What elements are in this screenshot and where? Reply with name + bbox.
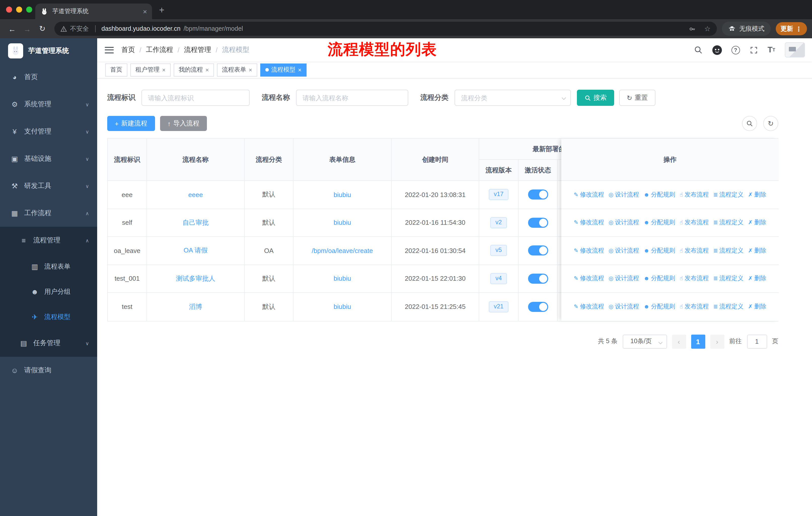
action-assign-link[interactable]: ☻分配规则 [644,246,675,255]
window-minimize-button[interactable] [16,6,22,12]
menu-dots-icon[interactable]: ⋮ [795,25,802,32]
action-definition-link[interactable]: ≣流程定义 [713,190,744,199]
close-icon[interactable]: × [249,66,252,73]
action-assign-link[interactable]: ☻分配规则 [644,190,675,199]
sidebar-item-leave-query[interactable]: ☺ 请假查询 [0,357,97,384]
back-button[interactable]: ← [5,22,19,36]
active-toggle[interactable] [528,218,548,228]
sidebar-item-home[interactable]: ◕ 首页 [0,63,97,91]
prev-page-button[interactable]: ‹ [672,334,686,349]
form-info-link[interactable]: biubiu [334,275,351,282]
form-info-link[interactable]: /bpm/oa/leave/create [312,247,373,254]
process-name-input[interactable] [296,90,408,106]
goto-page-input[interactable] [747,334,767,349]
tab-close-icon[interactable]: × [143,7,147,16]
fullscreen-icon[interactable] [749,46,758,54]
action-modify-link[interactable]: ✎修改流程 [574,274,604,283]
page-1-button[interactable]: 1 [691,334,705,349]
action-delete-link[interactable]: ✗删除 [748,190,766,199]
form-info-link[interactable]: biubiu [334,191,351,198]
github-icon[interactable] [712,45,722,55]
action-delete-link[interactable]: ✗删除 [748,218,766,227]
user-avatar[interactable] [785,42,805,57]
sidebar-item-task-management[interactable]: ▤ 任务管理 ∨ [0,330,97,357]
action-publish-link[interactable]: ☝发布流程 [679,218,708,227]
action-assign-link[interactable]: ☻分配规则 [644,274,675,283]
close-icon[interactable]: × [162,66,166,73]
action-modify-link[interactable]: ✎修改流程 [574,190,604,199]
sidebar-item-workflow[interactable]: ▦ 工作流程 ∧ [0,199,97,227]
sidebar-item-user-group[interactable]: ☻ 用户分组 [0,279,97,304]
tab-tag-process-model[interactable]: 流程模型 × [260,63,307,76]
action-design-link[interactable]: ◎设计流程 [609,246,639,255]
action-definition-link[interactable]: ≣流程定义 [713,246,744,255]
next-page-button[interactable]: › [710,334,724,349]
create-process-button[interactable]: + 新建流程 [107,116,155,131]
sidebar-item-process-management[interactable]: ≡ 流程管理 ∧ [0,227,97,254]
action-assign-link[interactable]: ☻分配规则 [644,218,675,227]
sidebar-item-payment[interactable]: ¥ 支付管理 ∨ [0,118,97,145]
action-modify-link[interactable]: ✎修改流程 [574,303,604,311]
update-button[interactable]: 更新 ⋮ [776,22,807,35]
action-delete-link[interactable]: ✗删除 [748,274,766,283]
forward-button[interactable]: → [20,22,34,36]
reload-button[interactable]: ↻ [35,22,49,36]
search-button[interactable]: 搜索 [577,90,614,106]
search-icon[interactable] [693,45,702,54]
sidebar-item-infrastructure[interactable]: ▣ 基础设施 ∨ [0,145,97,172]
active-toggle[interactable] [528,302,548,312]
active-toggle[interactable] [528,190,548,200]
action-delete-link[interactable]: ✗删除 [748,303,766,311]
action-delete-link[interactable]: ✗删除 [748,246,766,255]
action-definition-link[interactable]: ≣流程定义 [713,218,744,227]
refresh-table-icon[interactable]: ↻ [763,116,778,131]
sidebar-item-system[interactable]: ⚙ 系统管理 ∨ [0,91,97,118]
process-name-link[interactable]: OA 请假 [183,246,207,255]
action-design-link[interactable]: ◎设计流程 [609,303,639,311]
action-assign-link[interactable]: ☻分配规则 [644,303,675,311]
key-icon[interactable] [689,25,696,32]
action-definition-link[interactable]: ≣流程定义 [713,274,744,283]
tab-tag-home[interactable]: 首页 [105,63,127,76]
process-name-link[interactable]: 滔博 [189,302,202,311]
action-design-link[interactable]: ◎设计流程 [609,190,639,199]
address-bar[interactable]: 不安全 dashboard.yudao.iocoder.cn /bpm/mana… [54,22,717,36]
page-size-select[interactable]: 10条/页 [622,334,667,349]
import-process-button[interactable]: ↑ 导入流程 [160,116,207,131]
action-publish-link[interactable]: ☝发布流程 [679,246,708,255]
window-close-button[interactable] [6,6,12,12]
reset-button[interactable]: ↻ 重置 [619,90,656,106]
tab-tag-my-process[interactable]: 我的流程 × [174,63,214,76]
active-toggle[interactable] [528,246,548,256]
close-icon[interactable]: × [298,66,301,73]
action-design-link[interactable]: ◎设计流程 [609,218,639,227]
process-key-input[interactable] [141,90,250,106]
sidebar-item-process-form[interactable]: ▥ 流程表单 [0,254,97,279]
close-icon[interactable]: × [205,66,209,73]
help-icon[interactable] [731,46,740,54]
action-publish-link[interactable]: ☝发布流程 [679,303,708,311]
sidebar-collapse-icon[interactable] [105,47,114,53]
form-info-link[interactable]: biubiu [334,303,351,311]
tab-tag-process-form[interactable]: 流程表单 × [217,63,257,76]
action-publish-link[interactable]: ☝发布流程 [679,274,708,283]
action-modify-link[interactable]: ✎修改流程 [574,246,604,255]
toggle-search-icon[interactable] [742,116,757,131]
bookmark-star-icon[interactable]: ☆ [704,25,710,33]
action-definition-link[interactable]: ≣流程定义 [713,303,744,311]
sidebar-item-devtools[interactable]: ⚒ 研发工具 ∨ [0,172,97,199]
browser-tab[interactable]: 芋道管理系统 × [35,3,152,19]
action-design-link[interactable]: ◎设计流程 [609,274,639,283]
process-name-link[interactable]: 测试多审批人 [176,274,215,283]
process-name-link[interactable]: 自己审批 [182,218,209,227]
breadcrumb-item[interactable]: 工作流程 [146,45,173,54]
action-modify-link[interactable]: ✎修改流程 [574,218,604,227]
breadcrumb-item[interactable]: 流程管理 [184,45,211,54]
window-zoom-button[interactable] [26,6,32,12]
sidebar-item-process-model[interactable]: ✈ 流程模型 [0,304,97,330]
tab-tag-tenant[interactable]: 租户管理 × [130,63,171,76]
new-tab-button[interactable]: + [159,5,164,16]
category-select[interactable] [455,90,571,106]
active-toggle[interactable] [528,274,548,284]
form-info-link[interactable]: biubiu [334,219,351,226]
